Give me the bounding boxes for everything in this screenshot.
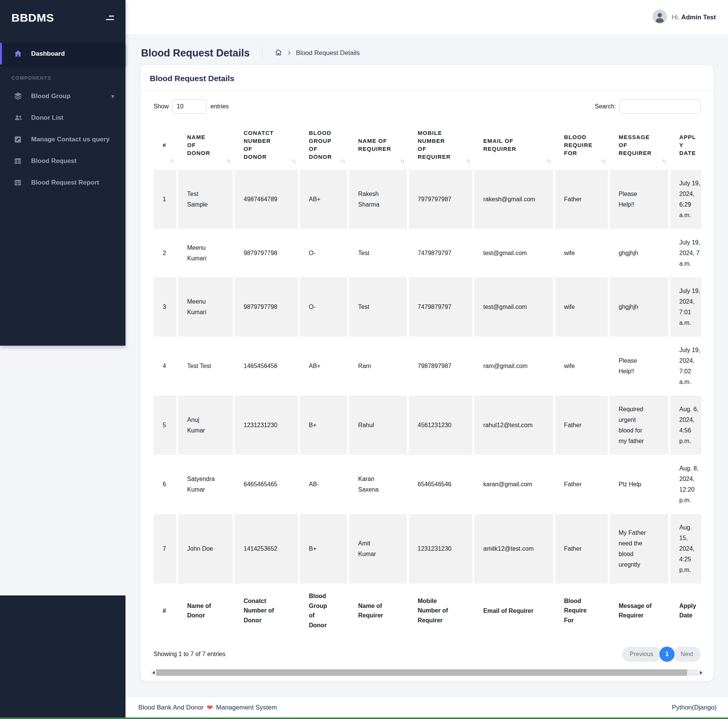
home-icon[interactable]: [275, 49, 282, 58]
cell-email-of-requirer: rakesh@gmail.com: [473, 170, 554, 229]
cell-name-of-requirer: Karan Saxena: [348, 455, 408, 514]
cell-: 5: [154, 396, 177, 455]
cell-mobile-number-of-requirer: 7479879797: [408, 277, 473, 337]
cell-mobile-number-of-requirer: 4561231230: [408, 396, 473, 455]
table-row: 7John Doe1414253652B+Amit Kumar123123123…: [154, 514, 701, 584]
column-header-mobile-number-of-requirer[interactable]: Mobile Number of Requirer↑↓: [408, 120, 473, 170]
sort-icon: ↑↓: [601, 157, 606, 164]
cell-: 1: [154, 170, 177, 229]
column-header-message-of-requirer[interactable]: Message of Requirer↑↓: [609, 120, 669, 170]
column-header-index[interactable]: #↑↓: [154, 120, 177, 170]
cell-message-of-requirer: ghgjhjh: [609, 229, 669, 277]
cell-name-of-requirer: Ram: [348, 337, 408, 396]
cell-message-of-requirer: My Father need the blood uregntly: [609, 514, 669, 584]
cell-message-of-requirer: Plz Help: [609, 455, 669, 514]
cell-name-of-donor: Meenu Kumari: [177, 229, 234, 277]
column-header-name-of-requirer[interactable]: Name of Requirer↑↓: [348, 120, 408, 170]
footer-column-email-of-requirer: Email of Requirer: [473, 584, 554, 638]
cell-blood-require-for: Father: [554, 170, 609, 229]
cell-blood-require-for: Father: [554, 514, 609, 584]
sort-icon: ↑↓: [292, 157, 296, 164]
column-header-name-of-donor[interactable]: Name of Donor↑↓: [177, 120, 234, 170]
column-header-blood-require-for[interactable]: Blood Require For↑↓: [554, 120, 609, 170]
cell-mobile-number-of-requirer: 7479879797: [408, 229, 473, 277]
user-menu[interactable]: Hi, Admin Test: [653, 9, 716, 25]
sidebar-item-manage-contact-us-query[interactable]: Manage Contact us query: [0, 128, 126, 150]
cell-name-of-requirer: Rakesh Sharma: [348, 170, 408, 229]
chevron-right-icon: ›: [288, 48, 291, 57]
search-input[interactable]: [620, 99, 701, 114]
chevron-down-icon: ▾: [111, 93, 114, 99]
cell-blood-group-of-donor: AB-: [299, 455, 348, 514]
table-icon: [14, 178, 24, 188]
page-length-input[interactable]: [173, 99, 207, 114]
sidebar-header: BBDMS: [0, 0, 126, 35]
cell-name-of-donor: Meenu Kumari: [177, 277, 234, 337]
sort-icon: ↑↓: [400, 157, 405, 164]
sort-icon: ↑↓: [466, 157, 470, 164]
brand-logo[interactable]: BBDMS: [11, 11, 54, 24]
table-scroll-container: #↑↓Name of Donor↑↓Conatct Number of Dono…: [154, 120, 701, 638]
scroll-left-button[interactable]: [151, 669, 156, 676]
sidebar-bottom-block: [0, 595, 126, 719]
table-footer-row: Showing 1 to 7 of 7 entries Previous 1 N…: [141, 638, 714, 662]
scrollbar-thumb[interactable]: [156, 669, 687, 676]
cell-mobile-number-of-requirer: 6546546546: [408, 455, 473, 514]
sidebar-menu: DashboardCOMPONENTSBlood Group▾Donor Lis…: [0, 43, 126, 193]
footer-column-apply-date: Apply Date: [669, 584, 701, 638]
cell-blood-group-of-donor: B+: [299, 396, 348, 455]
cell-email-of-requirer: ram@gmail.com: [473, 337, 554, 396]
scroll-right-button[interactable]: [698, 669, 704, 676]
previous-button[interactable]: Previous: [622, 647, 661, 662]
cell-conatct-number-of-donor: 4987464789: [234, 170, 299, 229]
column-header-blood-group-of-donor[interactable]: Blood Group of Donor↑↓: [299, 120, 348, 170]
sidebar-item-label: Blood Request: [31, 157, 114, 165]
cell-conatct-number-of-donor: 1465456456: [234, 337, 299, 396]
sidebar-section-label: COMPONENTS: [11, 75, 126, 81]
horizontal-scrollbar: [151, 669, 704, 676]
cell-apply-date: July 19, 2024, 7:02 a.m.: [669, 337, 701, 396]
footer-column-index: #: [154, 584, 177, 638]
cell-apply-date: July 19, 2024, 6:29 a.m.: [669, 170, 701, 229]
sidebar-item-donor-list[interactable]: Donor List: [0, 107, 126, 128]
table-row: 3Meenu Kumari9879797798O-Test7479879797t…: [154, 277, 701, 337]
sidebar-item-blood-request-report[interactable]: Blood Request Report: [0, 172, 126, 193]
cell-message-of-requirer: Please Help!!: [609, 170, 669, 229]
entries-info: Showing 1 to 7 of 7 entries: [154, 651, 225, 658]
cell-email-of-requirer: amitk12@test.com: [473, 514, 554, 584]
edit-square-icon: [14, 135, 24, 144]
cell-name-of-requirer: Test: [348, 277, 408, 337]
cell-email-of-requirer: rahul12@test.com: [473, 396, 554, 455]
cell-mobile-number-of-requirer: 7987897987: [408, 337, 473, 396]
search-control: Search:: [595, 99, 701, 114]
column-header-email-of-requirer[interactable]: Email of Requirer↑↓: [473, 120, 554, 170]
divider: [262, 47, 262, 60]
cell-email-of-requirer: test@gmail.com: [473, 229, 554, 277]
column-header-apply-date[interactable]: Apply Date↑↓: [669, 120, 701, 170]
cell-name-of-requirer: Test: [348, 229, 408, 277]
sidebar-item-dashboard[interactable]: Dashboard: [0, 43, 126, 64]
column-header-conatct-number-of-donor[interactable]: Conatct Number of Donor↑↓: [234, 120, 299, 170]
sort-icon: ↑↓: [170, 157, 174, 164]
cell-blood-require-for: wife: [554, 277, 609, 337]
page-number-button[interactable]: 1: [659, 647, 675, 662]
cell-apply-date: July 19, 2024, 7 a.m.: [669, 229, 701, 277]
cell-message-of-requirer: Required urgent blood for my father: [609, 396, 669, 455]
cell-email-of-requirer: karan@gmail.com: [473, 455, 554, 514]
sidebar-item-label: Donor List: [31, 114, 114, 122]
sort-icon: ↑↓: [662, 157, 666, 164]
sidebar-item-blood-group[interactable]: Blood Group▾: [0, 85, 126, 107]
cell-blood-group-of-donor: O-: [299, 229, 348, 277]
footer-column-name-of-requirer: Name of Requirer: [348, 584, 408, 638]
footer-column-conatct-number-of-donor: Conatct Number of Donor: [234, 584, 299, 638]
sidebar-item-label: Blood Request Report: [31, 179, 114, 186]
footer-left-text: Blood Bank And Donor ❤ Management System: [138, 703, 277, 712]
cell-blood-group-of-donor: AB+: [299, 337, 348, 396]
next-button[interactable]: Next: [673, 647, 701, 662]
sidebar-item-blood-request[interactable]: Blood Request: [0, 150, 126, 172]
hamburger-icon[interactable]: [104, 14, 116, 22]
cell-apply-date: July 19, 2024, 7:01 a.m.: [669, 277, 701, 337]
cell-blood-group-of-donor: O-: [299, 277, 348, 337]
footer-right-text: Python(Django): [672, 704, 717, 711]
search-label: Search:: [595, 103, 616, 110]
